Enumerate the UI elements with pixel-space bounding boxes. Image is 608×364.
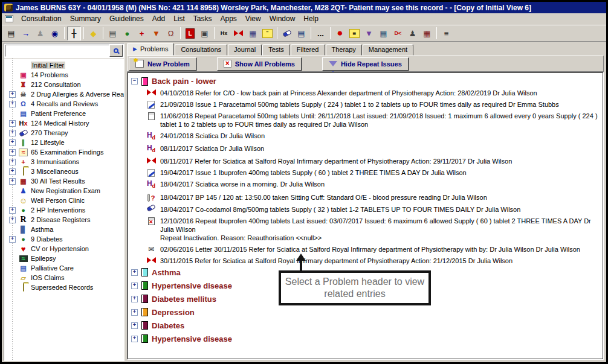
menu-help[interactable]: Help <box>299 13 323 24</box>
sidebar-item-asthma[interactable]: ▊Asthma <box>8 225 124 234</box>
journal-entry[interactable]: 12/10/2016 Repeat Ibuprofen 400mg tablet… <box>146 217 601 242</box>
tree-root-initial-filter[interactable]: Initial Filter <box>8 60 124 70</box>
mdi-child-icon[interactable] <box>5 15 13 22</box>
expand-icon[interactable]: + <box>131 322 138 329</box>
hp-apple-icon[interactable]: ● <box>120 27 134 40</box>
expand-icon[interactable]: + <box>9 91 16 98</box>
sidebar-item-well-person-clinic[interactable]: ☺Well Person Clinic <box>8 196 124 205</box>
menu-tasks[interactable]: Tasks <box>189 13 216 24</box>
sidebar-item-patient-preference[interactable]: ▤Patient Preference <box>8 109 124 118</box>
tab-filtered[interactable]: Filtered <box>291 44 325 56</box>
sidebar-item-superseded-records[interactable]: Superseded Records <box>8 283 124 292</box>
journal-entry[interactable]: 08/11/2017 Refer for Sciatica at Salford… <box>146 157 601 165</box>
therapy-pill-icon[interactable] <box>280 27 294 40</box>
problem-header-back-pain[interactable]: − Back pain - lower <box>130 77 601 86</box>
journal-entry[interactable]: Hd18/04/2017 Sciatica worse in a morning… <box>146 180 601 190</box>
tab-consultations[interactable]: Consultations <box>175 44 227 56</box>
sidebar-item-ios-claims[interactable]: ▱IOS Claims <box>8 273 124 283</box>
sidebar-item-lifestyle[interactable]: +∥12 Lifestyle <box>8 138 124 147</box>
tab-management[interactable]: Management <box>363 44 413 56</box>
collapse-icon[interactable]: − <box>131 78 138 85</box>
expand-icon[interactable]: + <box>131 296 138 302</box>
more-options-icon[interactable]: ... <box>314 27 328 40</box>
expand-icon[interactable]: + <box>9 120 16 127</box>
journal-entry[interactable]: ✉02/06/2016 Letter 30/11/2015 Refer for … <box>146 245 601 254</box>
sidebar-item-therapy[interactable]: +270 Therapy <box>8 128 124 138</box>
journal-entry[interactable]: Hd24/01/2018 Sciatica Dr Julia Wilson <box>146 132 601 141</box>
tab-journal[interactable]: Journal <box>228 44 262 56</box>
problem-header-diabetes[interactable]: +Diabetes <box>130 321 601 330</box>
expand-icon[interactable]: + <box>131 283 138 289</box>
hide-repeat-issues-button[interactable]: Hide Repeat Issues <box>322 57 409 71</box>
sort-lines-icon[interactable]: ≡ <box>439 27 453 40</box>
search-button[interactable] <box>109 45 123 57</box>
audit-figures-icon[interactable]: ♟ <box>406 27 419 40</box>
tab-therapy[interactable]: Therapy <box>326 44 362 56</box>
menu-guidelines[interactable]: Guidelines <box>105 13 148 24</box>
expand-icon[interactable]: + <box>131 336 138 342</box>
journal-entry[interactable]: 04/10/2018 Refer for C/O - low back pain… <box>146 89 601 97</box>
journal-entry[interactable]: 19/04/2017 Issue 1 Ibuprofen 400mg table… <box>146 168 601 177</box>
patient-record-icon[interactable]: ▤ <box>4 27 18 40</box>
expand-icon[interactable]: + <box>9 178 16 185</box>
tab-tests[interactable]: Tests <box>262 44 290 56</box>
expand-icon[interactable]: + <box>9 130 16 136</box>
menu-list[interactable]: List <box>169 13 189 24</box>
expand-icon[interactable]: + <box>9 168 16 175</box>
menu-consultation[interactable]: Consultation <box>17 13 66 24</box>
journal-entry[interactable]: Hd08/11/2017 Sciatica Dr Julia Wilson <box>146 144 601 154</box>
patient-group-icon[interactable]: ♟ <box>33 27 47 40</box>
sidebar-item-all-test-results[interactable]: +▦30 All Test Results <box>8 176 124 186</box>
new-problem-button[interactable]: New Problem <box>129 57 196 71</box>
sticky-note-icon[interactable]: ◆ <box>86 27 100 40</box>
search-input[interactable] <box>5 45 109 57</box>
expand-icon[interactable]: + <box>9 236 16 243</box>
screen-icon[interactable]: ▦ <box>246 27 260 40</box>
sidebar-item-recalls[interactable]: +Ω4 Recalls and Reviews <box>8 99 124 109</box>
show-all-problems-button[interactable]: ×Show All Problems <box>217 57 302 71</box>
guidelines-book-icon[interactable]: ▤ <box>106 27 120 40</box>
sidebar-item-immunisations[interactable]: ++3 Immunisations <box>8 157 124 167</box>
menu-add[interactable]: Add <box>148 13 169 24</box>
journal-entry[interactable]: 30/11/2015 Refer for Sciatica at Salford… <box>146 257 601 265</box>
menu-window[interactable]: Window <box>265 13 300 24</box>
expand-icon[interactable]: + <box>9 159 16 165</box>
tab-problems[interactable]: ▶Problems <box>127 43 174 56</box>
expand-icon[interactable]: + <box>9 139 16 146</box>
sidebar-item-examination-findings[interactable]: +≈65 Examination Findings <box>8 147 124 157</box>
medical-history-icon[interactable]: Hx <box>217 27 231 40</box>
find-patient-icon[interactable]: ◉ <box>48 27 62 40</box>
sidebar-item-disease-registers[interactable]: +R2 Disease Registers <box>8 215 124 225</box>
annotation-bubble-icon[interactable]: ≡ <box>348 27 361 40</box>
expand-icon[interactable]: + <box>9 217 16 223</box>
sidebar-item-epilepsy[interactable]: ≈Epilepsy <box>8 254 124 263</box>
problem-header-hypertensive-disease-2[interactable]: +Hypertensive disease <box>130 334 601 343</box>
copy-documents-icon[interactable]: ▣ <box>198 27 212 40</box>
record-dot-icon[interactable]: ● <box>333 27 347 40</box>
comment-bubble-icon[interactable]: “ <box>260 27 274 40</box>
sidebar-item-problems[interactable]: ▣14 Problems <box>8 70 124 80</box>
sidebar-item-palliative-care[interactable]: ▤Palliative Care <box>8 263 124 273</box>
consultation-mode-icon[interactable]: ╂ <box>67 27 81 40</box>
drug-dictionary-icon[interactable]: L <box>183 27 197 40</box>
referral-bowtie-icon[interactable] <box>231 27 245 40</box>
sidebar-item-miscellaneous[interactable]: +3 Miscellaneous <box>8 167 124 176</box>
filter-funnel-icon[interactable]: ▼ <box>362 27 376 40</box>
sidebar-item-diabetes[interactable]: +●9 Diabetes <box>8 234 124 244</box>
sidebar-item-consultation[interactable]: ♜212 Consultation <box>8 80 124 89</box>
immunisation-shield-icon[interactable]: + <box>135 27 149 40</box>
edit-calendar-icon[interactable]: ▦ <box>377 27 390 40</box>
expand-icon[interactable]: + <box>9 207 16 214</box>
expand-icon[interactable]: + <box>9 101 16 107</box>
lifestyle-carrot-icon[interactable]: ▼ <box>149 27 163 40</box>
save-grid-icon[interactable]: ▦ <box>420 27 434 40</box>
sidebar-item-new-registration-exam[interactable]: ♟New Registration Exam <box>8 186 124 196</box>
journal-entry[interactable]: 21/09/2018 Issue 1 Paracetamol 500mg tab… <box>146 100 601 109</box>
expand-icon[interactable]: + <box>9 149 16 156</box>
sidebar-item-medical-history[interactable]: +Hx124 Medical History <box>8 118 124 128</box>
examination-stethoscope-icon[interactable]: Ω <box>164 27 178 40</box>
journal-entry[interactable]: ?18/04/2017 BP 145 / 120 at: 13:50.00 ta… <box>146 193 601 202</box>
sidebar-item-drug-allergies[interactable]: +☠2 Drug Allergies & Adverse Reac <box>8 89 124 99</box>
menu-apps[interactable]: Apps <box>216 13 241 24</box>
next-patient-icon[interactable]: → <box>19 27 33 40</box>
